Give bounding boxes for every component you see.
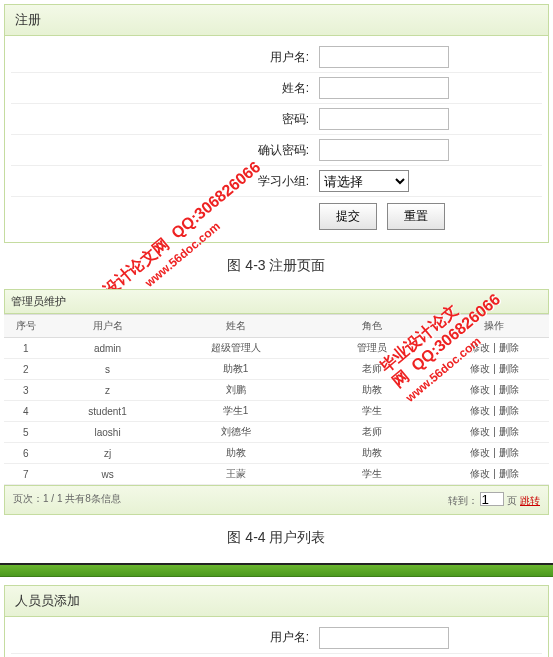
label-confirm: 确认密码: <box>5 142 315 159</box>
label-username: 用户名: <box>5 49 315 66</box>
addperson-header: 人员员添加 <box>5 586 548 617</box>
col-seq: 序号 <box>4 315 48 338</box>
reset-button[interactable]: 重置 <box>387 203 445 230</box>
table-row: 1admin超级管理人管理员修改 | 删除 <box>4 338 549 359</box>
register-caption: 图 4-3 注册页面 毕业设计论文网 QQ:306826066 www.56do… <box>0 247 553 285</box>
register-panel: 注册 用户名: 姓名: 密码: 确认密码: 学习小组: 请选择 <box>4 4 549 243</box>
row-action[interactable]: 修改 | 删除 <box>470 447 518 458</box>
col-name: 姓名 <box>167 315 303 338</box>
table-row: 2s助教1老师修改 | 删除 <box>4 359 549 380</box>
username-field[interactable] <box>319 627 449 649</box>
submit-button[interactable]: 提交 <box>319 203 377 230</box>
pager-input[interactable] <box>480 492 504 506</box>
green-divider-bar <box>0 563 553 577</box>
label-group: 学习小组: <box>5 173 315 190</box>
col-ops: 操作 <box>440 315 549 338</box>
pager-jump-link[interactable]: 跳转 <box>520 495 540 506</box>
userlist-panel: 管理员维护 序号 用户名 姓名 角色 操作 1admin超级管理人管理员修改 |… <box>4 289 549 515</box>
userlist-header: 管理员维护 <box>4 289 549 314</box>
row-action[interactable]: 修改 | 删除 <box>470 384 518 395</box>
row-action[interactable]: 修改 | 删除 <box>470 405 518 416</box>
userlist-table: 序号 用户名 姓名 角色 操作 1admin超级管理人管理员修改 | 删除2s助… <box>4 314 549 485</box>
table-row: 3z刘鹏助教修改 | 删除 <box>4 380 549 401</box>
label-name: 姓名: <box>5 80 315 97</box>
username-field[interactable] <box>319 46 449 68</box>
register-header: 注册 <box>5 5 548 36</box>
table-row: 5laoshi刘德华老师修改 | 删除 <box>4 422 549 443</box>
table-row: 4student1学生1学生修改 | 删除 <box>4 401 549 422</box>
table-row: 6zj助教助教修改 | 删除 <box>4 443 549 464</box>
addperson-panel: 人员员添加 用户名: 角色: 老师▾ 管理员 老师 助教 学生 <box>4 585 549 658</box>
addperson-body: 用户名: 角色: 老师▾ 管理员 老师 助教 学生 姓名: <box>5 617 548 658</box>
group-select[interactable]: 请选择 <box>319 170 409 192</box>
row-action[interactable]: 修改 | 删除 <box>470 342 518 353</box>
pager: 页次：1 / 1 共有8条信息 转到： 页 跳转 <box>4 485 549 515</box>
register-body: 用户名: 姓名: 密码: 确认密码: 学习小组: 请选择 <box>5 36 548 242</box>
label-username: 用户名: <box>5 629 315 646</box>
col-role: 角色 <box>304 315 440 338</box>
label-password: 密码: <box>5 111 315 128</box>
password-field[interactable] <box>319 108 449 130</box>
userlist-caption: 图 4-4 用户列表 <box>0 519 553 557</box>
table-row: 7ws王蒙学生修改 | 删除 <box>4 464 549 485</box>
row-action[interactable]: 修改 | 删除 <box>470 426 518 437</box>
col-username: 用户名 <box>48 315 168 338</box>
name-field[interactable] <box>319 77 449 99</box>
row-action[interactable]: 修改 | 删除 <box>470 468 518 479</box>
confirm-password-field[interactable] <box>319 139 449 161</box>
row-action[interactable]: 修改 | 删除 <box>470 363 518 374</box>
pager-info: 页次：1 / 1 共有8条信息 <box>13 492 121 508</box>
